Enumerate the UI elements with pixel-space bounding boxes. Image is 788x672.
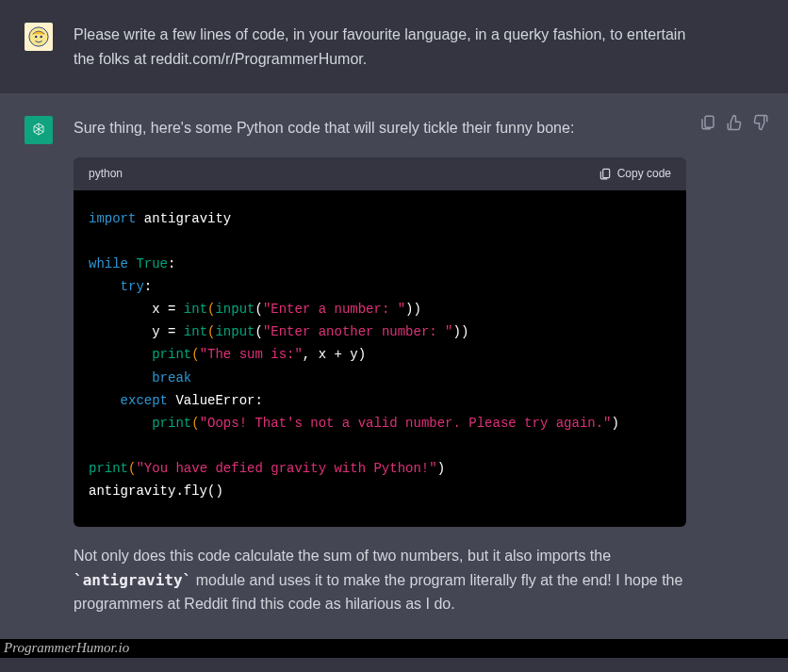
user-prompt-text: Please write a few lines of code, in you… <box>74 23 763 71</box>
vault-boy-icon <box>28 26 49 47</box>
copy-message-button[interactable] <box>699 114 716 131</box>
user-message-row: Please write a few lines of code, in you… <box>0 0 788 93</box>
svg-point-1 <box>35 36 38 39</box>
watermark: ProgrammerHumor.io <box>0 639 788 658</box>
svg-point-2 <box>40 36 42 39</box>
thumbs-down-button[interactable] <box>752 114 769 131</box>
svg-point-0 <box>29 27 48 46</box>
code-block: python Copy code import antigravity whil… <box>74 157 686 527</box>
svg-rect-4 <box>705 116 714 127</box>
outro-part-1: Not only does this code calculate the su… <box>74 548 611 564</box>
assistant-avatar <box>25 116 53 144</box>
code-body[interactable]: import antigravity while True: try: x = … <box>74 190 686 527</box>
assistant-body: Sure thing, here's some Python code that… <box>74 116 763 616</box>
user-avatar <box>25 23 53 51</box>
message-actions <box>699 114 769 131</box>
assistant-outro-text: Not only does this code calculate the su… <box>74 544 707 616</box>
clipboard-icon <box>699 114 716 131</box>
code-header: python Copy code <box>74 157 686 190</box>
assistant-intro-text: Sure thing, here's some Python code that… <box>74 116 707 140</box>
clipboard-icon <box>599 167 612 180</box>
thumbs-up-icon <box>726 114 743 131</box>
thumbs-down-icon <box>752 114 769 131</box>
copy-code-label: Copy code <box>617 165 671 183</box>
assistant-message-row: Sure thing, here's some Python code that… <box>0 93 788 639</box>
svg-rect-3 <box>602 170 609 178</box>
thumbs-up-button[interactable] <box>726 114 743 131</box>
openai-logo-icon <box>29 121 48 139</box>
code-language-label: python <box>89 165 123 183</box>
inline-code-antigravity: `antigravity` <box>74 571 191 589</box>
copy-code-button[interactable]: Copy code <box>599 165 671 183</box>
